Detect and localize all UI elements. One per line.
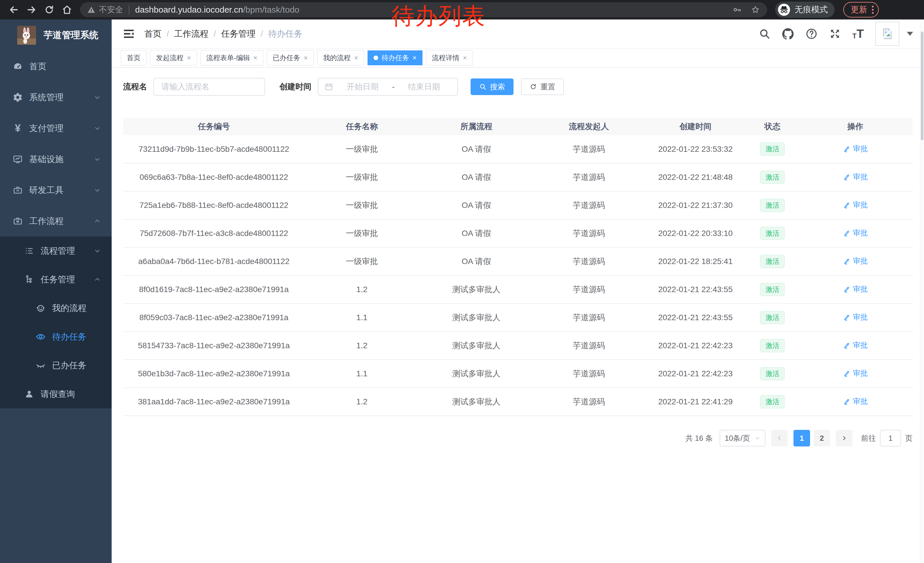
browser-back-icon[interactable]: [6, 2, 21, 17]
sidebar-item-task-mgmt[interactable]: 任务管理: [0, 265, 112, 294]
approve-link[interactable]: 审批: [843, 312, 868, 322]
tab-close-icon[interactable]: ×: [463, 54, 467, 61]
url-text[interactable]: dashboard.yudao.iocoder.cn/bpm/task/todo: [135, 5, 299, 15]
approve-link[interactable]: 审批: [843, 200, 868, 210]
tab-流程表单-编辑[interactable]: 流程表单-编辑×: [200, 50, 263, 65]
security-label[interactable]: 不安全: [99, 4, 123, 15]
sidebar-item-workflow[interactable]: 工作流程: [0, 206, 112, 237]
tab-流程详情[interactable]: 流程详情×: [426, 50, 473, 65]
fullscreen-icon[interactable]: [829, 28, 841, 40]
security-warning-icon[interactable]: [87, 6, 96, 14]
app-logo[interactable]: 芋道管理系统: [0, 20, 112, 51]
sidebar-item-home[interactable]: 首页: [0, 51, 112, 82]
browser-reload-icon[interactable]: [42, 2, 57, 17]
page-size-select[interactable]: 10条/页: [720, 430, 765, 446]
sidebar-item-label: 支付管理: [29, 123, 63, 134]
approve-link[interactable]: 审批: [843, 368, 868, 378]
active-tab-dot: [374, 56, 378, 60]
date-range-input[interactable]: 开始日期 - 结束日期: [318, 78, 458, 96]
address-bar[interactable]: 不安全 dashboard.yudao.iocoder.cn/bpm/task/…: [80, 2, 767, 17]
approve-link[interactable]: 审批: [843, 256, 868, 266]
tab-close-icon[interactable]: ×: [254, 54, 257, 61]
sidebar-item-my-process[interactable]: 我的流程: [0, 294, 112, 323]
avatar[interactable]: [875, 22, 899, 46]
github-icon[interactable]: [782, 28, 794, 40]
approve-link[interactable]: 审批: [843, 172, 868, 182]
approve-link[interactable]: 审批: [843, 340, 868, 350]
tab-close-icon[interactable]: ×: [412, 54, 417, 61]
tab-待办任务[interactable]: 待办任务×: [368, 50, 423, 65]
tab-发起流程[interactable]: 发起流程×: [150, 50, 197, 65]
tab-close-icon[interactable]: ×: [187, 54, 191, 61]
tab-close-icon[interactable]: ×: [304, 54, 308, 61]
search-button[interactable]: 搜索: [471, 78, 513, 95]
tab-首页[interactable]: 首页: [121, 50, 147, 65]
update-button[interactable]: 更新: [843, 2, 879, 18]
next-page-button[interactable]: [836, 430, 852, 446]
browser-home-icon[interactable]: [60, 2, 74, 17]
cell-created: 2022-01-22 20:33:10: [644, 219, 747, 248]
avatar-caret-icon[interactable]: [907, 32, 913, 36]
sidebar-item-done-task[interactable]: 已办任务: [0, 351, 112, 380]
list-icon: [24, 246, 34, 256]
breadcrumb-item[interactable]: 首页: [144, 28, 162, 40]
gear-icon: [13, 92, 23, 102]
cell-task-name: 1.2: [304, 388, 419, 416]
approve-link[interactable]: 审批: [843, 228, 868, 238]
approve-link[interactable]: 审批: [843, 396, 868, 406]
page-button-2[interactable]: 2: [813, 430, 830, 446]
breadcrumb-separator: /: [261, 29, 263, 39]
sidebar-collapse-icon[interactable]: [123, 27, 135, 40]
goto-page-input[interactable]: [880, 430, 901, 446]
table-row: 8f059c03-7ac8-11ec-a9e2-a2380e71991a1.1测…: [123, 303, 912, 332]
tab-label: 发起流程: [156, 53, 183, 62]
breadcrumb-item[interactable]: 工作流程: [174, 28, 208, 40]
search-icon[interactable]: [759, 28, 771, 40]
chevron-down-icon: [94, 125, 101, 132]
edit-pen-icon: [843, 398, 851, 405]
scrollbar-thumb[interactable]: [921, 32, 923, 140]
logo-image: [17, 26, 36, 45]
cell-created: 2022-01-21 22:42:23: [644, 332, 747, 360]
browser-menu-icon[interactable]: [872, 6, 874, 14]
sidebar-item-process-mgmt[interactable]: 流程管理: [0, 237, 112, 265]
sidebar-item-devtools[interactable]: 研发工具: [0, 175, 112, 206]
bookmark-star-icon[interactable]: [750, 5, 760, 15]
breadcrumb-item[interactable]: 任务管理: [221, 28, 256, 40]
sidebar-item-payment[interactable]: ¥支付管理: [0, 113, 112, 144]
breadcrumb: 首页/工作流程/任务管理/待办任务: [144, 28, 303, 40]
sidebar-item-label: 研发工具: [29, 185, 63, 196]
sidebar-item-todo-task[interactable]: 待办任务: [0, 323, 112, 351]
end-date-placeholder[interactable]: 结束日期: [397, 81, 451, 92]
cell-process: OA 请假: [419, 248, 534, 275]
page-button-1[interactable]: 1: [794, 430, 810, 446]
cell-task-name: 一级审批: [304, 135, 419, 163]
table-row: a6aba0a4-7b6d-11ec-b781-acde48001122一级审批…: [123, 248, 912, 275]
select-caret-icon: [754, 435, 760, 441]
tab-已办任务[interactable]: 已办任务×: [267, 50, 314, 65]
reset-button[interactable]: 重置: [521, 78, 564, 95]
prev-page-button[interactable]: [771, 430, 788, 446]
sidebar-item-system[interactable]: 系统管理: [0, 82, 112, 113]
approve-link[interactable]: 审批: [843, 144, 868, 154]
password-key-icon[interactable]: [732, 5, 742, 15]
approve-link[interactable]: 审批: [843, 284, 868, 294]
browser-forward-icon[interactable]: [24, 2, 39, 17]
cell-action: 审批: [798, 275, 912, 303]
process-name-input[interactable]: [153, 78, 265, 96]
column-header: 流程发起人: [534, 118, 644, 135]
cell-status: 激活: [747, 135, 798, 163]
sidebar-item-leave-query[interactable]: 请假查询: [0, 380, 112, 408]
start-date-placeholder[interactable]: 开始日期: [336, 81, 390, 92]
cell-created: 2022-01-22 23:53:32: [644, 135, 747, 163]
cell-task-name: 1.1: [304, 303, 419, 332]
cell-starter: 芋道源码: [534, 360, 644, 388]
scrollbar[interactable]: [920, 20, 924, 563]
font-size-icon[interactable]: TT: [852, 29, 864, 39]
tab-我的流程[interactable]: 我的流程×: [317, 50, 364, 65]
help-icon[interactable]: [806, 28, 818, 40]
sidebar-item-infra[interactable]: 基础设施: [0, 144, 112, 175]
cell-action: 审批: [798, 388, 912, 416]
tab-close-icon[interactable]: ×: [354, 54, 358, 61]
column-header: 任务编号: [123, 118, 304, 135]
